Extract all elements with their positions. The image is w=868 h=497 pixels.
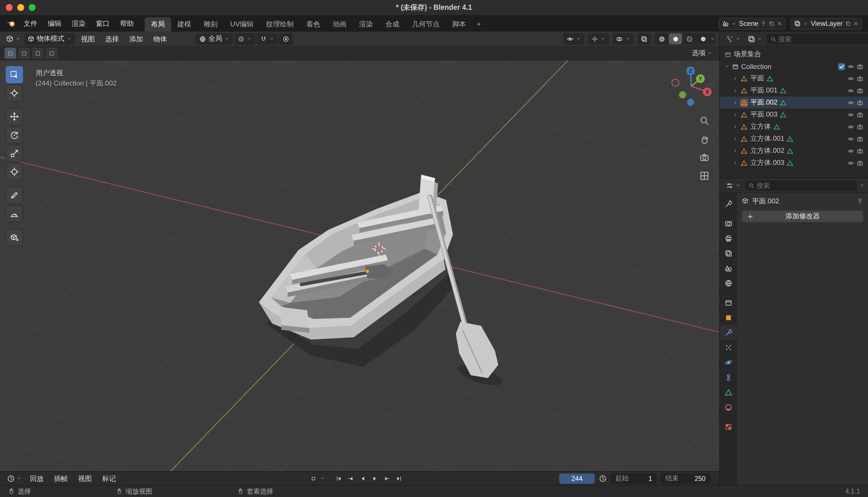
transform-orientation-selector[interactable]: 全局: [196, 33, 233, 44]
outliner-row-mesh[interactable]: 立方体.002: [720, 145, 868, 157]
hide-eye-icon[interactable]: [847, 147, 854, 154]
shading-wireframe-button[interactable]: [655, 33, 668, 44]
workspace-tab-uv[interactable]: UV编辑: [224, 17, 260, 32]
new-viewlayer-icon[interactable]: [845, 21, 851, 26]
play-button[interactable]: [369, 473, 380, 483]
expand-chevron-icon[interactable]: [733, 100, 738, 105]
outliner-row-collection[interactable]: Collection: [720, 60, 868, 72]
properties-search-input[interactable]: [756, 182, 854, 189]
measure-tool-button[interactable]: [6, 205, 23, 222]
mode-selector[interactable]: 物体模式: [24, 33, 75, 44]
scene-name[interactable]: Scene: [739, 19, 759, 28]
unlink-scene-icon[interactable]: [777, 21, 782, 26]
camera-view-icon[interactable]: [699, 152, 709, 162]
auto-key-toggle[interactable]: [308, 473, 319, 483]
close-window-button[interactable]: [6, 4, 13, 11]
chevron-down-icon[interactable]: [731, 21, 737, 26]
hide-eye-icon[interactable]: [847, 123, 854, 130]
tab-modifiers[interactable]: [720, 325, 737, 340]
add-cube-tool-button[interactable]: [6, 229, 23, 246]
outliner-item-label[interactable]: 平面.001: [750, 86, 778, 95]
outliner-item-label[interactable]: 立方体: [750, 122, 771, 131]
proportional-editing-toggle[interactable]: [279, 33, 293, 44]
shading-material-button[interactable]: [682, 33, 696, 44]
expand-chevron-icon[interactable]: [733, 112, 738, 117]
tool-options-dropdown[interactable]: 选项: [690, 48, 715, 58]
end-frame-field[interactable]: 结束 250: [661, 473, 710, 483]
prev-keyframe-button[interactable]: [345, 473, 356, 483]
axis-neg-z-ball[interactable]: [687, 99, 694, 106]
select-mode-intersect-button[interactable]: [46, 48, 57, 59]
rotate-tool-button[interactable]: [6, 126, 23, 144]
timeline-menu-markers[interactable]: 标记: [98, 471, 120, 485]
breadcrumb-object-name[interactable]: 平面.002: [752, 196, 779, 206]
tab-tool[interactable]: [720, 197, 737, 211]
properties-search[interactable]: [745, 180, 857, 190]
outliner-row-mesh[interactable]: 立方体.001: [720, 133, 868, 145]
workspace-tab-modeling[interactable]: 建模: [171, 17, 197, 32]
timeline-menu-view[interactable]: 视图: [73, 471, 97, 485]
outliner-row-mesh-active[interactable]: 平面.002: [720, 97, 868, 109]
workspace-tab-layout[interactable]: 布局: [145, 17, 171, 32]
menu-edit[interactable]: 编辑: [43, 15, 67, 32]
viewport-menu-object[interactable]: 物体: [149, 31, 172, 46]
chevron-down-icon[interactable]: [320, 476, 325, 481]
outliner-row-scene-collection[interactable]: 场景集合: [720, 48, 868, 60]
minimize-window-button[interactable]: [17, 4, 24, 11]
start-frame-field[interactable]: 起始 1: [611, 473, 657, 483]
editor-type-selector[interactable]: [3, 35, 23, 43]
menu-file[interactable]: 文件: [18, 15, 43, 32]
chevron-down-icon[interactable]: [710, 36, 715, 41]
select-mode-new-button[interactable]: [4, 48, 16, 59]
pan-hand-icon[interactable]: [699, 134, 709, 144]
outliner-item-label[interactable]: 平面.003: [750, 110, 778, 119]
scale-tool-button[interactable]: [6, 145, 23, 162]
workspace-tab-texture-paint[interactable]: 纹理绘制: [260, 17, 300, 32]
tab-collection[interactable]: [720, 295, 737, 310]
tab-texture[interactable]: [720, 420, 737, 435]
hide-eye-icon[interactable]: [847, 135, 854, 142]
outliner-item-label[interactable]: Collection: [741, 62, 771, 70]
tab-world[interactable]: [720, 276, 737, 291]
outliner-search-input[interactable]: [778, 36, 867, 42]
pivot-point-selector[interactable]: [234, 33, 255, 44]
add-workspace-button[interactable]: +: [472, 17, 485, 32]
viewlayer-selector[interactable]: ViewLayer: [791, 17, 862, 30]
expand-chevron-icon[interactable]: [733, 160, 738, 166]
viewport-menu-view[interactable]: 视图: [76, 31, 99, 46]
hide-eye-icon[interactable]: [847, 99, 854, 106]
xray-toggle[interactable]: [637, 33, 651, 44]
cursor-tool-button[interactable]: [6, 84, 23, 102]
shading-rendered-button[interactable]: [696, 33, 709, 44]
disable-render-icon[interactable]: [856, 147, 864, 154]
add-modifier-button[interactable]: 添加修改器: [742, 210, 864, 222]
chevron-down-icon[interactable]: [859, 183, 865, 188]
disable-render-icon[interactable]: [856, 135, 864, 142]
outliner-item-label[interactable]: 平面: [750, 73, 764, 83]
scene-selector[interactable]: Scene: [719, 17, 786, 30]
hide-eye-icon[interactable]: [847, 63, 854, 70]
outliner-item-label[interactable]: 场景集合: [734, 49, 761, 59]
tab-particles[interactable]: [720, 340, 737, 355]
menu-help[interactable]: 帮助: [115, 15, 139, 32]
navigation-gizmo[interactable]: Z Y X: [671, 66, 712, 108]
annotate-tool-button[interactable]: [6, 187, 23, 204]
tab-scene[interactable]: [720, 261, 737, 276]
select-mode-subtract-button[interactable]: [32, 48, 44, 59]
outliner-item-label[interactable]: 立方体.002: [750, 146, 784, 156]
expand-chevron-icon[interactable]: [733, 136, 738, 141]
viewport-menu-add[interactable]: 添加: [124, 31, 148, 46]
expand-chevron-icon[interactable]: [733, 76, 738, 81]
expand-chevron-icon[interactable]: [733, 148, 738, 153]
expand-chevron-icon[interactable]: [733, 124, 738, 129]
hide-eye-icon[interactable]: [847, 87, 854, 94]
outliner-item-label[interactable]: 立方体.003: [750, 158, 784, 168]
tab-material[interactable]: [720, 400, 737, 415]
outliner-row-mesh[interactable]: 平面.001: [720, 84, 868, 97]
expand-chevron-icon[interactable]: [733, 88, 738, 93]
move-tool-button[interactable]: [6, 108, 23, 125]
viewport-canvas[interactable]: 用户透视 (244) Collection | 平面.002: [0, 60, 719, 471]
menu-window[interactable]: 窗口: [91, 15, 115, 32]
gizmos-toggle[interactable]: [588, 33, 609, 44]
disable-render-icon[interactable]: [856, 75, 864, 82]
